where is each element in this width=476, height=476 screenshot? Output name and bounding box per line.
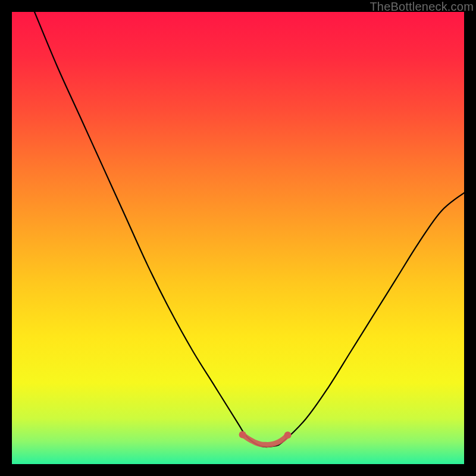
svg-rect-0 [12, 12, 464, 464]
chart-frame: TheBottleneck.com [0, 0, 476, 476]
plot-area [12, 12, 464, 464]
background-gradient [12, 12, 464, 464]
